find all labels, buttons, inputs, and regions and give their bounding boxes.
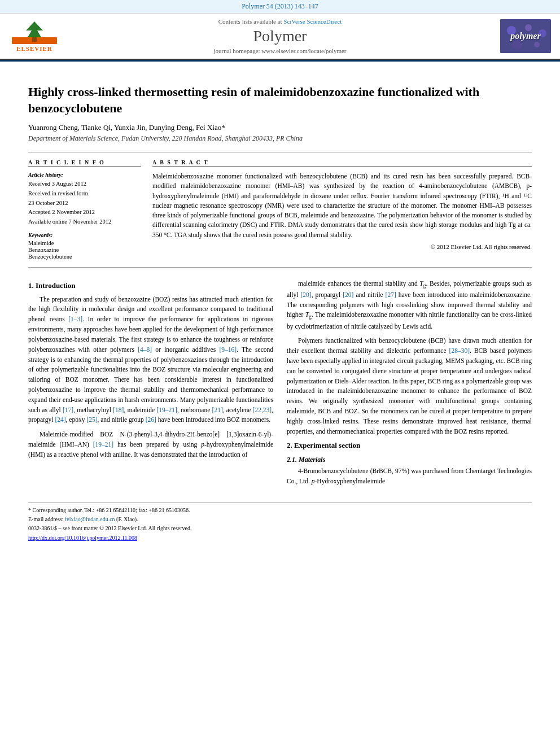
elsevier-logo: ELSEVIER	[9, 19, 60, 53]
corresponding-author: * Corresponding author. Tel.: +86 21 656…	[28, 506, 532, 514]
citation-text: Polymer 54 (2013) 143–147	[242, 2, 318, 10]
journal-citation: Polymer 54 (2013) 143–147	[0, 0, 560, 14]
issn-line: 0032-3861/$ – see front matter © 2012 El…	[28, 525, 532, 532]
intro-heading: 1. Introduction	[28, 281, 273, 290]
email-line: E-mail address: feixiao@fudan.edu.cn (F.…	[28, 516, 532, 523]
mat-text: 4-Bromobenzocyclobutene (BrBCB, 97%) was…	[287, 466, 532, 487]
rule-2	[28, 267, 532, 268]
accepted-date: Accepted 2 November 2012	[28, 208, 141, 217]
affiliation: Department of Materials Science, Fudan U…	[28, 134, 532, 143]
journal-center: Contents lists available at SciVerse Sci…	[60, 18, 500, 54]
history-label: Article history:	[28, 172, 141, 178]
body-left-col: 1. Introduction The preparation and stud…	[28, 279, 273, 491]
sciverse-link: Contents lists available at SciVerse Sci…	[60, 18, 500, 25]
sciverse-anchor[interactable]: SciVerse ScienceDirect	[283, 18, 342, 25]
email-link[interactable]: feixiao@fudan.edu.cn	[65, 516, 115, 522]
available-date: Available online 7 November 2012	[28, 218, 141, 226]
article-info-label: A R T I C L E I N F O	[28, 159, 141, 167]
polymer-logo-text: polymer	[510, 31, 540, 41]
copyright: © 2012 Elsevier Ltd. All rights reserved…	[152, 243, 532, 250]
received-revised-label: Received in revised form	[28, 190, 141, 198]
body-columns: 1. Introduction The preparation and stud…	[28, 279, 532, 491]
svg-rect-2	[32, 37, 37, 42]
doi-link[interactable]: http://dx.doi.org/10.1016/j.polymer.2012…	[28, 535, 137, 541]
body-right-col: maleimide enhances the thermal stability…	[287, 279, 532, 491]
received-date: Received 3 August 2012	[28, 180, 141, 189]
exp-heading: 2. Experimental section	[287, 441, 532, 450]
journal-homepage: journal homepage: www.elsevier.com/locat…	[60, 47, 500, 54]
authors: Yuanrong Cheng, Tianke Qi, Yunxia Jin, D…	[28, 123, 532, 132]
elsevier-text: ELSEVIER	[16, 45, 53, 52]
article-info: A R T I C L E I N F O Article history: R…	[28, 159, 141, 260]
journal-header: ELSEVIER Contents lists available at Sci…	[0, 14, 560, 60]
footnote-area: * Corresponding author. Tel.: +86 21 656…	[28, 503, 532, 541]
intro-para-2: Maleimide-modified BOZ N-(3-phenyl-3,4-d…	[28, 430, 273, 460]
keyword-2: Benzoxazine	[28, 247, 141, 253]
keyword-3: Benzocyclobutene	[28, 254, 141, 260]
keywords-label: Keywords:	[28, 232, 141, 238]
intro-para-1: The preparation and study of benzoxazine…	[28, 295, 273, 426]
received-revised-date: 23 October 2012	[28, 199, 141, 208]
main-content: Highly cross-linked thermosetting resin …	[0, 62, 560, 552]
svg-marker-1	[26, 21, 43, 37]
keyword-1: Maleimide	[28, 240, 141, 246]
right-para-1: maleimide enhances the thermal stability…	[287, 279, 532, 332]
abstract-section: A B S T R A C T Maleimidobenzoxazine mon…	[152, 159, 532, 260]
article-meta-section: A R T I C L E I N F O Article history: R…	[28, 159, 532, 260]
article-title: Highly cross-linked thermosetting resin …	[28, 84, 532, 116]
abstract-label: A B S T R A C T	[152, 159, 532, 167]
rule-1	[28, 152, 532, 152]
polymer-logo: polymer	[500, 19, 551, 53]
abstract-text: Maleimidobenzoxazine monomer functionali…	[152, 172, 532, 240]
mat-heading: 2.1. Materials	[287, 456, 532, 464]
right-para-2: Polymers functionalized with benzocyclob…	[287, 336, 532, 436]
journal-title: Polymer	[60, 27, 500, 45]
doi-line: http://dx.doi.org/10.1016/j.polymer.2012…	[28, 535, 532, 541]
